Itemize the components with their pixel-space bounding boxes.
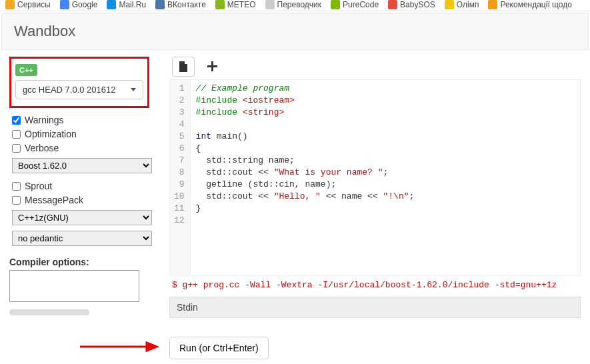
caret-down-icon (131, 88, 136, 91)
sidebar: C++ gcc HEAD 7.0.0 201612 Warnings Optim… (9, 57, 149, 359)
compiler-options-label: Compiler options: (9, 257, 149, 267)
bookmark-item[interactable]: METEO (215, 0, 256, 9)
bookmarks-bar: СервисыGoogleMail.RuВКонтактеMETEOПерево… (0, 0, 590, 11)
bookmark-item[interactable]: Сервисы (5, 0, 51, 9)
messagepack-label: MessagePack (25, 195, 83, 205)
sprout-label: Sprout (25, 181, 52, 191)
verbose-label: Verbose (25, 143, 59, 153)
bookmark-item[interactable]: Mail.Ru (107, 0, 146, 9)
compiler-dropdown[interactable]: gcc HEAD 7.0.0 201612 (15, 80, 143, 99)
bookmark-item[interactable]: Олімп (445, 0, 479, 9)
language-badge: C++ (15, 64, 37, 76)
bookmark-favicon (331, 0, 340, 9)
bookmark-label: METEO (227, 0, 256, 9)
scroll-indicator (9, 309, 89, 315)
bookmark-favicon (155, 0, 165, 9)
warnings-checkbox-row[interactable]: Warnings (12, 115, 149, 125)
optimization-label: Optimization (25, 129, 77, 139)
compiler-dropdown-label: gcc HEAD 7.0.0 201612 (23, 85, 115, 95)
bookmark-item[interactable]: BabySOS (388, 0, 435, 9)
bookmark-favicon (5, 0, 15, 9)
run-button[interactable]: Run (or Ctrl+Enter) (169, 337, 269, 359)
verbose-checkbox[interactable] (12, 144, 21, 153)
pedantic-select[interactable]: no pedantic (12, 231, 152, 246)
bookmark-favicon (445, 0, 454, 9)
bookmark-label: Рекомендації щодо (500, 0, 571, 9)
bookmark-label: Mail.Ru (119, 0, 146, 9)
bookmark-item[interactable]: Google (60, 0, 98, 9)
bookmark-label: Сервисы (17, 0, 51, 9)
bookmark-label: Переводчик (277, 0, 322, 9)
std-select[interactable]: C++1z(GNU) (12, 210, 152, 225)
stdin-panel[interactable]: Stdin (169, 297, 581, 318)
bookmark-item[interactable]: PureCode (331, 0, 379, 9)
boost-select[interactable]: Boost 1.62.0 (12, 158, 152, 173)
warnings-label: Warnings (25, 115, 64, 125)
page-title: Wandbox (14, 23, 576, 40)
plus-icon (207, 61, 217, 72)
page-header: Wandbox (1, 13, 589, 50)
compiler-select-box: C++ gcc HEAD 7.0.0 201612 (9, 57, 149, 108)
optimization-checkbox[interactable] (12, 130, 21, 139)
bookmark-label: Google (72, 0, 98, 9)
optimization-checkbox-row[interactable]: Optimization (12, 129, 149, 139)
line-gutter: 123456789101112 (170, 80, 191, 275)
file-tabs (169, 57, 581, 77)
bookmark-label: PureCode (343, 0, 379, 9)
sprout-checkbox-row[interactable]: Sprout (12, 181, 149, 191)
annotation-arrow (80, 340, 160, 353)
sprout-checkbox[interactable] (12, 182, 21, 191)
verbose-checkbox-row[interactable]: Verbose (12, 143, 149, 153)
bookmark-item[interactable]: ВКонтакте (155, 0, 206, 9)
file-tab-active[interactable] (172, 57, 195, 77)
bookmark-item[interactable]: Рекомендації щодо (488, 0, 571, 9)
file-icon (179, 61, 188, 72)
warnings-checkbox[interactable] (12, 116, 21, 125)
messagepack-checkbox[interactable] (12, 196, 21, 205)
bookmark-label: Олімп (457, 0, 479, 9)
add-file-button[interactable] (204, 59, 220, 75)
svg-marker-1 (147, 343, 157, 351)
bookmark-favicon (388, 0, 397, 9)
bookmark-favicon (215, 0, 225, 9)
bookmark-favicon (107, 0, 116, 9)
code-content[interactable]: // Example program#include <iostream>#in… (191, 80, 420, 275)
messagepack-checkbox-row[interactable]: MessagePack (12, 195, 149, 205)
main-area: 123456789101112 // Example program#inclu… (169, 57, 581, 359)
compile-command: $ g++ prog.cc -Wall -Wextra -I/usr/local… (169, 276, 581, 294)
bookmark-item[interactable]: Переводчик (265, 0, 322, 9)
bookmark-favicon (488, 0, 497, 9)
bookmark-label: BabySOS (400, 0, 435, 9)
bookmark-favicon (60, 0, 69, 9)
code-editor[interactable]: 123456789101112 // Example program#inclu… (169, 79, 581, 276)
bookmark-favicon (265, 0, 275, 9)
compiler-options-textarea[interactable] (9, 270, 139, 302)
bookmark-label: ВКонтакте (167, 0, 206, 9)
